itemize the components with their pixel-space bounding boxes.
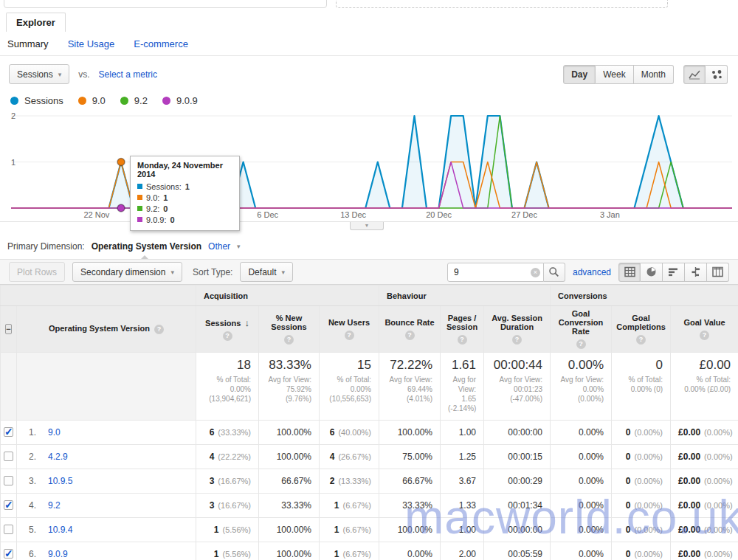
cell-bounce-rate: 75.00% xyxy=(379,444,441,469)
column-pages-session[interactable]: Pages / Session? xyxy=(441,306,484,353)
os-version-link[interactable]: 10.9.5 xyxy=(48,476,72,486)
pivot-view-icon[interactable] xyxy=(707,263,729,282)
tooltip-item: 9.2: 0 xyxy=(137,203,232,214)
chevron-down-icon: ▾ xyxy=(237,243,241,250)
legend-label: Sessions xyxy=(24,95,63,106)
sort-type-button[interactable]: Default ▾ xyxy=(240,262,293,282)
help-icon[interactable]: ? xyxy=(700,331,709,340)
sort-descending-icon: ↓ xyxy=(244,317,249,328)
row-select-cell xyxy=(1,517,17,542)
help-icon[interactable]: ? xyxy=(405,331,415,340)
subtab-ecommerce[interactable]: E-commerce xyxy=(134,38,188,49)
row-rank: 1. xyxy=(29,427,48,438)
line-chart-icon[interactable] xyxy=(683,65,706,84)
column-new-sessions[interactable]: % New Sessions? xyxy=(259,306,320,353)
os-version-link[interactable]: 10.9.4 xyxy=(48,525,72,535)
group-conversions: Conversions xyxy=(551,286,738,306)
table-row: 2.4.2.94(22.22%)100.00%4(26.67%)75.00%1.… xyxy=(1,444,738,469)
metric-dropdown-button[interactable]: Sessions ▾ xyxy=(9,64,69,84)
svg-text:1: 1 xyxy=(11,158,15,167)
secondary-dimension-button[interactable]: Secondary dimension ▾ xyxy=(72,262,182,282)
cell-goal-value: £0.00(0.00%) xyxy=(671,444,738,469)
primary-dimension-active[interactable]: Operating System Version xyxy=(92,241,201,252)
row-checkbox[interactable] xyxy=(4,427,13,437)
performance-view-icon[interactable] xyxy=(663,263,685,282)
help-icon[interactable]: ? xyxy=(154,325,164,334)
cell-new-sessions: 100.00% xyxy=(259,444,320,469)
row-select-cell xyxy=(1,493,17,517)
cell-new-users: 1(6.67%) xyxy=(320,493,379,517)
column-bounce-rate[interactable]: Bounce Rate? xyxy=(379,306,441,353)
annotations-expander[interactable]: ▼ xyxy=(350,222,384,230)
help-icon[interactable]: ? xyxy=(512,335,522,345)
column-new-users[interactable]: New Users? xyxy=(320,306,379,353)
os-version-link[interactable]: 4.2.9 xyxy=(48,452,68,462)
subtab-summary[interactable]: Summary xyxy=(7,38,49,49)
row-checkbox[interactable] xyxy=(4,452,13,461)
tab-explorer[interactable]: Explorer xyxy=(6,13,66,32)
cell-goal-value: £0.00(0.00%) xyxy=(671,542,738,560)
percentage-view-icon[interactable] xyxy=(641,263,663,282)
subtab-site-usage[interactable]: Site Usage xyxy=(68,38,115,49)
column-session-duration[interactable]: Avg. Session Duration? xyxy=(484,306,551,353)
cell-sessions: 6(33.33%) xyxy=(196,420,259,444)
metric-picker-row: Sessions ▾ vs. Select a metric xyxy=(9,64,157,84)
search-button[interactable] xyxy=(544,263,565,282)
help-icon[interactable]: ? xyxy=(223,331,232,341)
tooltip-item: 9.0.9: 0 xyxy=(137,214,232,225)
column-goal-value[interactable]: Goal Value? xyxy=(671,306,738,353)
granularity-day-button[interactable]: Day xyxy=(563,65,596,84)
report-table: Acquisition Behaviour Conversions − Oper… xyxy=(0,285,738,560)
advanced-search-link[interactable]: advanced xyxy=(573,267,611,277)
data-view-icon[interactable] xyxy=(618,263,641,282)
clear-search-icon[interactable]: × xyxy=(531,268,540,277)
column-goal-completions[interactable]: Goal Completions? xyxy=(612,306,671,353)
table-row: 6.9.0.91(5.56%)100.00%1(6.67%)0.00%2.000… xyxy=(1,542,738,560)
header-corner xyxy=(1,286,196,306)
row-rank: 2. xyxy=(29,452,48,462)
select-metric-link[interactable]: Select a metric xyxy=(99,69,157,80)
total-goal-conversion-rate: 0.00%Avg for View: 0.00% (0.00%) xyxy=(551,352,612,420)
cell-goal-conversion-rate: 0.00% xyxy=(551,517,612,542)
comparison-view-icon[interactable] xyxy=(685,263,707,282)
help-icon[interactable]: ? xyxy=(636,335,646,345)
help-icon[interactable]: ? xyxy=(345,331,354,340)
cell-goal-completions: 0(0.00%) xyxy=(612,542,671,560)
legend-dot-9-2 xyxy=(120,97,128,105)
ga-explorer-report: Explorer Summary Site Usage E-commerce S… xyxy=(0,0,738,560)
dimension-cell: 4.9.2 xyxy=(17,493,196,517)
column-dimension[interactable]: Operating System Version ? xyxy=(17,306,196,353)
granularity-month-button[interactable]: Month xyxy=(634,65,674,84)
row-select-cell xyxy=(1,469,17,493)
row-checkbox[interactable] xyxy=(4,549,13,559)
row-checkbox[interactable] xyxy=(4,476,13,485)
dimension-cell: 5.10.9.4 xyxy=(17,517,196,542)
total-new-sessions: 83.33%Avg for View: 75.92% (9.76%) xyxy=(259,352,320,420)
row-checkbox[interactable] xyxy=(4,525,13,534)
sessions-line-chart[interactable]: 1222 Nov29 Nov6 Dec13 Dec20 Dec27 Dec3 J… xyxy=(0,109,738,221)
cell-bounce-rate: 0.00% xyxy=(379,542,441,560)
help-icon[interactable]: ? xyxy=(284,335,294,345)
cell-pages-session: 1.25 xyxy=(441,444,484,469)
cell-bounce-rate: 100.00% xyxy=(379,420,441,444)
help-icon[interactable]: ? xyxy=(576,339,586,349)
cell-goal-conversion-rate: 0.00% xyxy=(551,420,612,444)
plot-rows-button[interactable]: Plot Rows xyxy=(9,262,65,282)
select-all-checkbox[interactable]: − xyxy=(5,324,11,334)
column-sessions[interactable]: Sessions↓ ? xyxy=(196,306,259,353)
granularity-week-button[interactable]: Week xyxy=(596,65,633,84)
table-row: 3.10.9.53(16.67%)66.67%2(13.33%)66.67%3.… xyxy=(1,469,738,493)
dimension-cell: 1.9.0 xyxy=(17,420,196,444)
granularity-toggle: Day Week Month xyxy=(563,65,674,84)
primary-dimension-other[interactable]: Other xyxy=(208,241,230,252)
cell-pages-session: 3.67 xyxy=(441,469,484,493)
os-version-link[interactable]: 9.0.9 xyxy=(48,549,68,559)
row-select-cell xyxy=(1,542,17,560)
motion-chart-icon[interactable] xyxy=(706,65,728,84)
help-icon[interactable]: ? xyxy=(458,335,467,345)
os-version-link[interactable]: 9.0 xyxy=(48,427,61,438)
search-input[interactable] xyxy=(447,263,544,282)
os-version-link[interactable]: 9.2 xyxy=(48,500,61,511)
column-goal-conversion-rate[interactable]: Goal Conversion Rate? xyxy=(551,306,612,353)
row-checkbox[interactable] xyxy=(4,500,13,510)
